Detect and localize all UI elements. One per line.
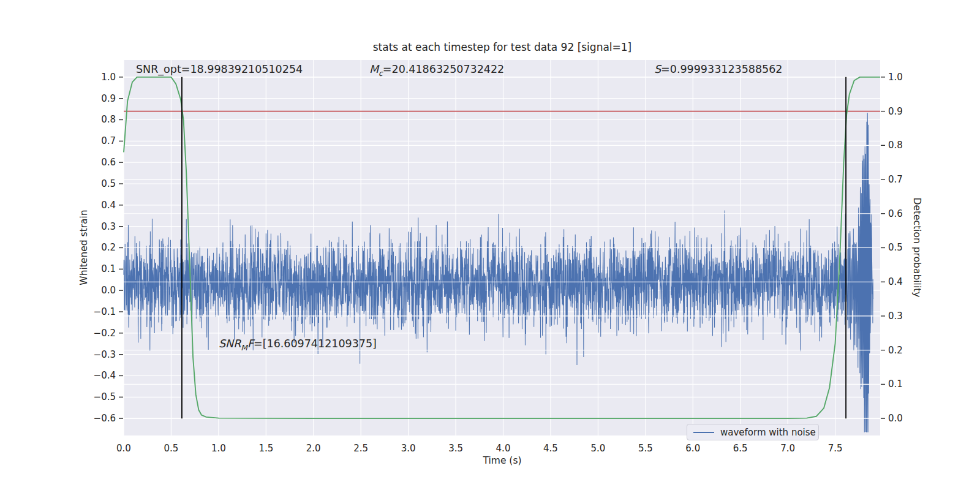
y-left-tick-label: 0.8	[101, 114, 116, 125]
y-left-tick-label: −0.2	[94, 328, 116, 339]
annotation-s-symbol: S	[654, 63, 661, 75]
y-right-tick-label: 0.5	[888, 242, 903, 253]
annotation-snr-mf: SNRMF=[16.6097412109375]	[219, 337, 377, 350]
y-right-tick-label: 0.1	[888, 379, 903, 390]
chart-title: stats at each timestep for test data 92 …	[257, 41, 747, 53]
y-left-tick-label: 0.3	[101, 221, 116, 232]
annotation-s-stat: S=0.999933123588562	[654, 63, 782, 75]
y-left-tick-label: 0.9	[101, 93, 116, 104]
y-right-tick-label: 0.4	[888, 276, 903, 287]
y-left-tick-label: 0.5	[101, 178, 116, 189]
y-left-tick-label: 0.2	[101, 242, 116, 253]
x-axis-label: Time (s)	[441, 455, 564, 466]
x-tick-label: 7.5	[828, 443, 843, 454]
x-tick-label: 5.5	[638, 443, 653, 454]
annotation-chirp-mass: Mc=20.41863250732422	[369, 63, 504, 75]
y-axis-label-right: Detection probability	[911, 198, 922, 298]
annotation-s-value: =0.999933123588562	[661, 63, 782, 75]
y-right-tick-label: 0.2	[888, 345, 903, 356]
annotation-snr-mf-value: =[16.6097412109375]	[254, 337, 377, 350]
x-tick-label: 6.0	[685, 443, 700, 454]
y-left-tick-label: −0.6	[94, 413, 116, 424]
legend: waveform with noise	[687, 424, 819, 440]
x-tick-label: 3.5	[448, 443, 463, 454]
annotation-chirp-mass-value: =20.41863250732422	[383, 63, 504, 75]
y-axis-label-left: Whitened strain	[78, 209, 89, 285]
x-tick-label: 0.0	[116, 443, 131, 454]
x-tick-label: 4.5	[543, 443, 558, 454]
y-right-tick-label: 0.9	[888, 106, 903, 117]
y-left-tick-label: 0.0	[101, 285, 116, 296]
y-left-tick-label: 0.6	[101, 157, 116, 168]
annotation-snr-opt-text: SNR_opt=18.99839210510254	[136, 63, 303, 75]
annotation-snr-mf-symbol2: F	[247, 337, 254, 350]
y-right-tick-label: 0.6	[888, 208, 903, 219]
annotation-snr-mf-symbol: SNR	[219, 337, 241, 350]
legend-line-sample	[693, 432, 714, 433]
x-tick-label: 2.5	[353, 443, 368, 454]
x-tick-label: 5.0	[590, 443, 605, 454]
y-right-tick-label: 0.7	[888, 174, 903, 185]
y-left-tick-label: −0.3	[94, 349, 116, 360]
x-tick-label: 1.5	[258, 443, 273, 454]
y-left-tick-label: 1.0	[101, 72, 116, 83]
x-tick-label: 3.0	[401, 443, 416, 454]
y-right-tick-label: 0.0	[888, 413, 903, 424]
figure: 1.00.90.80.70.60.50.40.30.20.10.0−0.1−0.…	[0, 0, 980, 490]
annotation-chirp-mass-symbol: M	[369, 63, 379, 75]
y-right-tick-label: 1.0	[888, 72, 903, 83]
y-right-tick-label: 0.3	[888, 311, 903, 322]
y-left-tick-label: 0.4	[101, 200, 116, 211]
y-left-tick-label: 0.7	[101, 135, 116, 146]
y-right-tick-label: 0.8	[888, 140, 903, 151]
annotation-snr-mf-subscript: M	[241, 344, 247, 352]
x-tick-label: 0.5	[164, 443, 179, 454]
x-tick-label: 4.0	[496, 443, 511, 454]
y-left-tick-label: −0.1	[94, 306, 116, 317]
annotation-snr-opt: SNR_opt=18.99839210510254	[136, 63, 303, 75]
y-left-tick-label: 0.1	[101, 263, 116, 274]
x-tick-label: 7.0	[780, 443, 795, 454]
x-tick-label: 2.0	[306, 443, 321, 454]
y-left-tick-label: −0.4	[94, 370, 116, 381]
legend-label: waveform with noise	[720, 427, 816, 438]
y-left-tick-label: −0.5	[94, 391, 116, 402]
annotation-chirp-mass-subscript: c	[379, 69, 383, 78]
x-tick-label: 6.5	[733, 443, 748, 454]
x-tick-label: 1.0	[211, 443, 226, 454]
